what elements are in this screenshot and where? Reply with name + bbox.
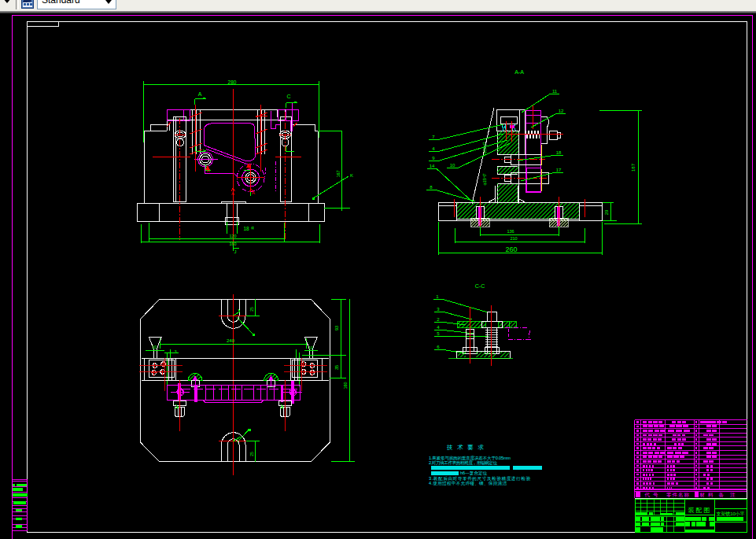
svg-text:技 术 要 求: 技 术 要 求 <box>446 444 485 451</box>
svg-text:零件名称: 零件名称 <box>666 492 690 498</box>
svg-text:25: 25 <box>249 452 254 456</box>
svg-text:4: 4 <box>432 146 435 151</box>
svg-text:35: 35 <box>334 365 339 370</box>
svg-text:120: 120 <box>229 234 236 238</box>
svg-text:A: A <box>252 190 255 195</box>
svg-text:160: 160 <box>343 382 348 389</box>
svg-text:9: 9 <box>432 156 435 161</box>
svg-text:10: 10 <box>450 163 455 168</box>
svg-text:4.使用过程中不允许碰、磺、保持清洁: 4.使用过程中不允许碰、磺、保持清洁 <box>429 481 507 486</box>
svg-text:2: 2 <box>437 317 440 322</box>
svg-text:136: 136 <box>507 229 514 234</box>
svg-text:187: 187 <box>631 163 636 172</box>
svg-text:210: 210 <box>510 236 517 241</box>
svg-text:25: 25 <box>249 307 254 312</box>
svg-text:93: 93 <box>334 326 339 330</box>
svg-text:18: 18 <box>243 226 249 231</box>
svg-text:φ15H7: φ15H7 <box>482 173 487 185</box>
svg-text:材料: 材料 <box>699 492 717 498</box>
svg-text:C-C: C-C <box>475 283 485 289</box>
svg-text:楼: 楼 <box>251 226 254 230</box>
svg-text:φ15H7: φ15H7 <box>482 142 487 153</box>
svg-text:17: 17 <box>556 168 562 172</box>
svg-text:280: 280 <box>228 79 237 85</box>
svg-text:12: 12 <box>559 109 564 113</box>
svg-text:3: 3 <box>174 349 176 354</box>
svg-text:10: 10 <box>308 345 313 350</box>
svg-text:2.对刀块工作表面粗糙度，用锯铜定位: 2.对刀块工作表面粗糙度，用锯铜定位 <box>429 460 497 466</box>
svg-text:10: 10 <box>152 345 157 349</box>
svg-text:J: J <box>234 249 237 254</box>
svg-text:240: 240 <box>227 338 235 343</box>
svg-text:167: 167 <box>336 170 341 177</box>
svg-text:A-A: A-A <box>514 69 524 75</box>
svg-text:A: A <box>231 191 234 196</box>
svg-text:11: 11 <box>552 89 558 94</box>
svg-text:K: K <box>350 173 353 178</box>
svg-text:5: 5 <box>437 331 440 336</box>
svg-text:29: 29 <box>604 209 609 215</box>
svg-text:260: 260 <box>505 246 517 253</box>
svg-text:代号: 代号 <box>644 492 662 497</box>
svg-text:支架铣10小平: 支架铣10小平 <box>717 511 745 517</box>
svg-text:18: 18 <box>556 150 562 155</box>
svg-text:A: A <box>198 91 202 97</box>
svg-text:备注: 备注 <box>719 492 742 498</box>
svg-text:4: 4 <box>437 325 440 330</box>
svg-text:3: 3 <box>437 307 440 312</box>
svg-text:1: 1 <box>436 294 439 299</box>
svg-text:6: 6 <box>437 345 440 349</box>
svg-text:装配图: 装配图 <box>688 507 712 514</box>
svg-text:7: 7 <box>432 135 435 139</box>
svg-text:14: 14 <box>430 164 435 168</box>
svg-text:C: C <box>286 94 290 99</box>
svg-text:8: 8 <box>430 185 433 190</box>
